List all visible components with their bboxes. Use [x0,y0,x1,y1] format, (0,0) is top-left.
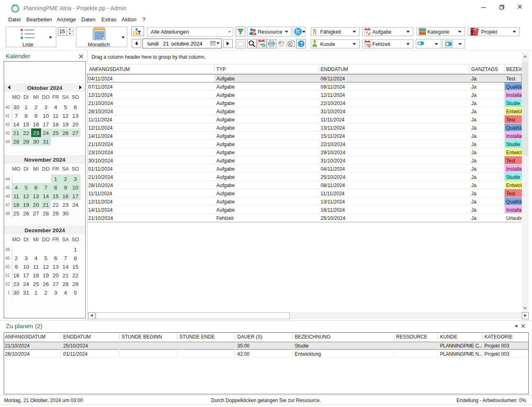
svg-text:?: ? [300,41,303,47]
svg-text:x: x [289,42,291,46]
